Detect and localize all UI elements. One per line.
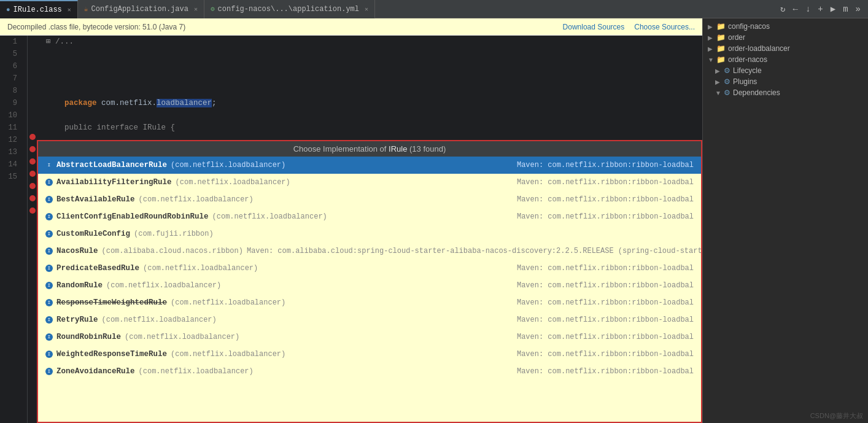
popup-item[interactable]: IResponseTimeWeightedRule (com.netflix.l… (38, 294, 701, 311)
popup-item[interactable]: IBestAvailableRule (com.netflix.loadbala… (38, 191, 701, 208)
item-maven: Maven: com.netflix.ribbon:ribbon-loadbal (517, 176, 694, 189)
info-bar: Decompiled .class file, bytecode version… (0, 18, 702, 36)
popup-title: Choose Implementation of IRule (13 found… (38, 141, 701, 157)
tree-item[interactable]: ▼⚙Dependencies (703, 87, 868, 98)
popup-item[interactable]: IPredicateBasedRule (com.netflix.loadbal… (38, 260, 701, 277)
minimize-icon[interactable]: m (840, 3, 850, 15)
item-maven: Maven: com.netflix.ribbon:ribbon-loadbal (517, 347, 694, 361)
item-maven: Maven: com.alibaba.cloud:spring-cloud-st… (247, 244, 701, 258)
item-class-icon: I (45, 161, 53, 169)
item-class-icon: I (45, 247, 53, 255)
info-bar-actions: Download Sources Choose Sources... (563, 23, 695, 31)
tab-configyaml-label: config-nacos\...\application.yml (218, 5, 359, 14)
tab-irule-close[interactable]: ✕ (68, 6, 71, 14)
tab-configyaml[interactable]: ⚙ config-nacos\...\application.yml ✕ (204, 0, 375, 18)
popup-item[interactable]: IAbstractLoadBalancerRule (com.netflix.l… (38, 157, 701, 174)
yaml-icon: ⚙ (211, 5, 215, 13)
folder-icon: 📁 (716, 22, 726, 31)
ln-12: 12 (0, 134, 22, 146)
item-pkg: (com.netflix.loadbalancer) (106, 279, 221, 292)
item-class-icon: I (45, 282, 53, 289)
item-name: CustomRuleConfig (56, 227, 130, 241)
item-pkg: (com.alibaba.cloud.nacos.ribbon) (102, 244, 243, 258)
add-tab-icon[interactable]: + (815, 3, 825, 15)
class-icon: ● (6, 6, 10, 14)
item-maven: Maven: com.netflix.ribbon:ribbon-loadbal (517, 210, 694, 223)
popup-item[interactable]: IWeightedResponseTimeRule (com.netflix.l… (38, 346, 701, 363)
tab-bar: ● IRule.class ✕ ☕ ConfigApplication.java… (0, 0, 868, 18)
module-icon: ⚙ (724, 88, 730, 97)
tab-configapp-close[interactable]: ✕ (194, 6, 198, 13)
popup-item[interactable]: IZoneAvoidanceRule (com.netflix.loadbala… (38, 363, 701, 380)
watermark: CSDN@藤井大叔 (703, 409, 868, 423)
right-panel: ▶📁config-nacos▶📁order▶📁order-loadbalance… (702, 18, 868, 423)
item-class-icon: I (45, 213, 53, 220)
code-line-6: package com.netflix.loadbalancer; (46, 97, 695, 109)
tree-item[interactable]: ▶⚙Plugins (703, 76, 868, 87)
back-icon[interactable]: ← (791, 3, 800, 15)
code-line-8: public interface IRule { (46, 122, 695, 134)
tree-label: Dependencies (733, 88, 780, 97)
run-icon[interactable]: ▶ (828, 2, 838, 15)
tree-item[interactable]: ▶📁order (703, 32, 868, 43)
module-icon: ⚙ (724, 77, 730, 86)
item-maven: Maven: com.netflix.ribbon:ribbon-loadbal (517, 158, 694, 172)
folder-icon: 📁 (716, 33, 726, 42)
item-name: BestAvailableRule (56, 193, 135, 206)
popup-item[interactable]: IRandomRule (com.netflix.loadbalancer) M… (38, 277, 701, 294)
item-class-icon: I (45, 179, 53, 186)
tree-item[interactable]: ▶⚙Lifecycle (703, 65, 868, 76)
download-sources-link[interactable]: Download Sources (563, 23, 625, 31)
tab-irule[interactable]: ● IRule.class ✕ (0, 0, 78, 18)
tab-configapp[interactable]: ☕ ConfigApplication.java ✕ (78, 0, 204, 18)
item-pkg: (com.netflix.loadbalancer) (125, 330, 239, 344)
module-icon: ⚙ (724, 66, 730, 75)
ln-15: 15 (0, 171, 22, 183)
breakpoint-15 (29, 208, 36, 214)
popup-item[interactable]: INacosRule (com.alibaba.cloud.nacos.ribb… (38, 243, 701, 260)
tree-arrow-icon: ▶ (708, 45, 714, 52)
popup-dialog[interactable]: Choose Implementation of IRule (13 found… (37, 140, 702, 423)
popup-item[interactable]: IClientConfigEnabledRoundRobinRule (com.… (38, 208, 701, 225)
more-icon[interactable]: » (853, 3, 863, 15)
item-class-icon: I (45, 333, 53, 341)
tree-arrow-icon: ▼ (715, 90, 721, 96)
code-line-3 (46, 60, 695, 72)
item-name: ResponseTimeWeightedRule (56, 296, 167, 309)
item-pkg: (com.netflix.loadbalancer) (176, 176, 290, 189)
folder-icon: 📁 (716, 44, 726, 53)
item-maven: Maven: com.netflix.ribbon:ribbon-loadbal (517, 279, 694, 292)
breakpoint-11 (29, 158, 36, 165)
item-maven: Maven: com.netflix.ribbon:ribbon-loadbal (517, 296, 694, 309)
item-maven: Maven: com.netflix.ribbon:ribbon-loadbal (517, 313, 694, 327)
popup-item[interactable]: IAvailabilityFilteringRule (com.netflix.… (38, 174, 701, 191)
ln-8: 8 (0, 85, 22, 97)
tab-actions: ↻ ← ↓ + ▶ m » (778, 2, 868, 15)
decompile-message: Decompiled .class file, bytecode version… (7, 23, 185, 31)
item-pkg: (com.netflix.loadbalancer) (171, 347, 285, 361)
tree-item[interactable]: ▼📁order-nacos (703, 54, 868, 65)
item-maven: Maven: com.netflix.ribbon:ribbon-loadbal (517, 193, 694, 206)
popup-item[interactable]: IRoundRobinRule (com.netflix.loadbalance… (38, 328, 701, 346)
tree-label: Plugins (733, 77, 757, 86)
tree-arrow-icon: ▶ (708, 34, 714, 41)
tree-item[interactable]: ▶📁order-loadbalancer (703, 43, 868, 54)
breakpoint-14 (29, 195, 36, 201)
tree-item[interactable]: ▶📁config-nacos (703, 21, 868, 32)
popup-item[interactable]: IRetryRule (com.netflix.loadbalancer) Ma… (38, 311, 701, 328)
choose-sources-link[interactable]: Choose Sources... (634, 23, 695, 31)
refresh-icon[interactable]: ↻ (778, 2, 788, 15)
popup-item[interactable]: ICustomRuleConfig (com.fujii.ribbon) (38, 225, 701, 243)
item-maven: Maven: com.netflix.ribbon:ribbon-loadbal (517, 330, 694, 344)
item-pkg: (com.netflix.loadbalancer) (139, 365, 254, 378)
item-pkg: (com.netflix.loadbalancer) (212, 210, 327, 223)
project-tree: ▶📁config-nacos▶📁order▶📁order-loadbalance… (703, 18, 868, 409)
item-class-icon: I (45, 299, 53, 306)
item-class-icon: I (45, 368, 53, 375)
code-line-2 (46, 48, 695, 60)
tree-arrow-icon: ▼ (708, 56, 714, 63)
item-pkg: (com.netflix.loadbalancer) (171, 158, 285, 172)
forward-icon[interactable]: ↓ (803, 3, 813, 15)
tab-configyaml-close[interactable]: ✕ (365, 6, 368, 13)
popup-list[interactable]: IAbstractLoadBalancerRule (com.netflix.l… (38, 157, 701, 422)
